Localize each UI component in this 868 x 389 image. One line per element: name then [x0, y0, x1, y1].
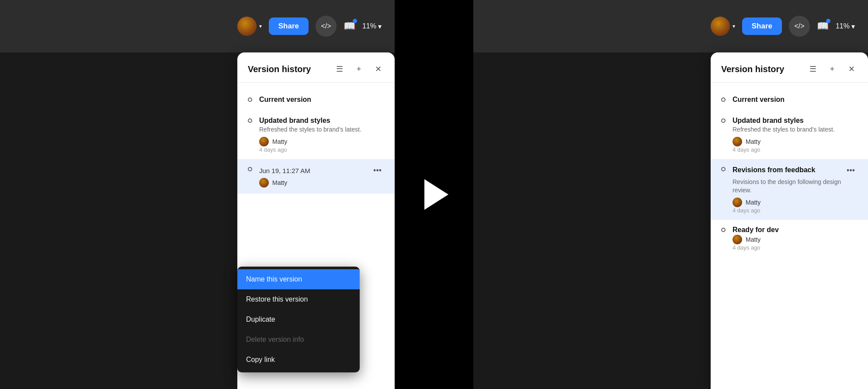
- center-divider: [395, 0, 473, 389]
- right-version-item-revisions[interactable]: Revisions from feedback ••• Revisions to…: [711, 159, 868, 220]
- left-version-author-brand: Matty: [272, 138, 287, 145]
- left-zoom-control[interactable]: 11% ▾: [362, 22, 382, 31]
- left-version-dot-selected: [248, 167, 252, 171]
- left-context-menu-item-delete: Delete version info: [237, 330, 360, 350]
- left-version-panel-title: Version history: [248, 64, 311, 74]
- right-close-icon-button[interactable]: ✕: [845, 63, 858, 75]
- right-version-name-ready: Ready for dev: [733, 226, 858, 234]
- right-panel: ▾ Share </> 📖 11% ▾ Version history ☰ + …: [473, 0, 868, 389]
- right-avatar-chevron[interactable]: ▾: [733, 23, 735, 29]
- left-version-item-selected[interactable]: Jun 19, 11:27 AM ••• Matty: [237, 159, 395, 194]
- right-zoom-control[interactable]: 11% ▾: [836, 22, 855, 31]
- play-icon: [424, 179, 448, 210]
- right-version-avatar-revisions: [733, 198, 742, 207]
- right-version-panel-title: Version history: [721, 64, 785, 74]
- right-avatar-face: [711, 17, 730, 36]
- left-version-content-current: Current version: [259, 96, 384, 104]
- right-version-panel-header: Version history ☰ + ✕: [711, 52, 868, 83]
- left-share-button[interactable]: Share: [269, 17, 309, 35]
- right-more-button-revisions[interactable]: •••: [844, 165, 858, 176]
- left-context-menu-item-copy[interactable]: Copy link: [237, 350, 360, 370]
- left-panel: ▾ Share </> 📖 11% ▾ Version history ☰ + …: [0, 0, 395, 389]
- right-version-content-revisions: Revisions from feedback ••• Revisions to…: [733, 165, 858, 214]
- left-version-date-row: Jun 19, 11:27 AM •••: [259, 165, 384, 176]
- left-version-panel-header: Version history ☰ + ✕: [237, 52, 395, 83]
- left-version-desc-brand: Refreshed the styles to brand's latest.: [259, 125, 384, 134]
- right-version-content-current: Current version: [733, 96, 858, 104]
- right-code-button[interactable]: </>: [789, 16, 810, 37]
- right-version-name-brand: Updated brand styles: [733, 117, 858, 125]
- left-version-author-selected: Matty: [272, 179, 287, 186]
- right-version-meta-ready: Matty: [733, 235, 858, 244]
- left-menu-icon-button[interactable]: ☰: [333, 63, 346, 75]
- left-topbar: ▾ Share </> 📖 11% ▾: [0, 0, 395, 52]
- left-close-icon-button[interactable]: ✕: [372, 63, 384, 75]
- right-version-author-revisions: Matty: [746, 199, 760, 206]
- left-header-icons: ☰ + ✕: [333, 63, 384, 75]
- left-version-name-brand: Updated brand styles: [259, 117, 384, 125]
- left-context-menu-item-name[interactable]: Name this version: [237, 269, 360, 289]
- right-version-name-current: Current version: [733, 96, 858, 104]
- left-version-avatar-brand: [259, 137, 269, 146]
- left-version-content-brand: Updated brand styles Refreshed the style…: [259, 117, 384, 153]
- right-book-button[interactable]: 📖: [817, 21, 829, 32]
- left-code-button[interactable]: </>: [316, 16, 337, 37]
- left-context-menu-item-restore[interactable]: Restore this version: [237, 289, 360, 309]
- left-version-item-current[interactable]: Current version: [237, 90, 395, 111]
- right-zoom-value: 11%: [836, 22, 850, 30]
- right-avatar-group[interactable]: ▾: [711, 17, 735, 36]
- left-version-item-brand[interactable]: Updated brand styles Refreshed the style…: [237, 111, 395, 159]
- right-book-badge: [826, 19, 830, 23]
- right-share-button[interactable]: Share: [742, 17, 782, 35]
- right-zoom-chevron: ▾: [851, 22, 855, 31]
- right-version-desc-brand: Refreshed the styles to brand's latest.: [733, 125, 858, 134]
- right-add-icon-button[interactable]: +: [826, 63, 838, 75]
- left-version-time-brand: 4 days ago: [259, 146, 384, 153]
- left-version-meta-brand: Matty: [259, 137, 384, 146]
- right-version-name-revisions: Revisions from feedback: [733, 166, 815, 174]
- right-version-time-ready: 4 days ago: [733, 244, 858, 251]
- right-version-item-current[interactable]: Current version: [711, 90, 868, 111]
- right-version-time-brand: 4 days ago: [733, 146, 858, 153]
- right-version-author-ready: Matty: [746, 236, 760, 243]
- right-version-avatar-brand: [733, 137, 742, 146]
- left-more-button[interactable]: •••: [371, 165, 384, 176]
- right-menu-icon-button[interactable]: ☰: [807, 63, 819, 75]
- right-version-dot-brand: [721, 118, 726, 123]
- left-avatar[interactable]: [237, 17, 257, 36]
- right-version-time-revisions: 4 days ago: [733, 207, 858, 214]
- right-version-meta-revisions: Matty: [733, 198, 858, 207]
- right-version-panel: Version history ☰ + ✕ Current version Up…: [711, 52, 868, 389]
- left-version-dot-current: [248, 97, 252, 102]
- left-version-panel: Version history ☰ + ✕ Current version Up…: [237, 52, 395, 389]
- left-add-icon-button[interactable]: +: [353, 63, 365, 75]
- left-version-dot-brand: [248, 118, 252, 123]
- left-version-name-current: Current version: [259, 96, 384, 104]
- right-version-item-brand[interactable]: Updated brand styles Refreshed the style…: [711, 111, 868, 159]
- right-version-dot-current: [721, 97, 726, 102]
- right-version-list: Current version Updated brand styles Ref…: [711, 83, 868, 389]
- right-header-icons: ☰ + ✕: [807, 63, 858, 75]
- right-version-item-ready[interactable]: Ready for dev Matty 4 days ago: [711, 220, 868, 257]
- left-version-meta-selected: Matty: [259, 178, 384, 188]
- left-version-date: Jun 19, 11:27 AM: [259, 167, 310, 174]
- right-version-meta-brand: Matty: [733, 137, 858, 146]
- left-context-menu: Name this version Restore this version D…: [237, 267, 360, 372]
- left-book-button[interactable]: 📖: [344, 21, 355, 32]
- left-zoom-chevron: ▾: [378, 22, 382, 31]
- left-version-avatar-selected: [259, 178, 269, 188]
- left-book-badge: [353, 19, 357, 23]
- left-zoom-value: 11%: [362, 22, 376, 30]
- right-version-desc-revisions: Revisions to the design following design…: [733, 178, 858, 195]
- right-avatar[interactable]: [711, 17, 730, 36]
- right-version-dot-ready: [721, 228, 726, 232]
- left-avatar-group[interactable]: ▾: [237, 17, 262, 36]
- right-topbar: ▾ Share </> 📖 11% ▾: [473, 0, 868, 52]
- left-avatar-chevron[interactable]: ▾: [259, 23, 262, 29]
- left-avatar-face: [237, 17, 257, 36]
- right-version-dot-revisions: [721, 167, 726, 171]
- right-version-content-ready: Ready for dev Matty 4 days ago: [733, 226, 858, 251]
- left-version-content-selected: Jun 19, 11:27 AM ••• Matty: [259, 165, 384, 188]
- left-context-menu-item-duplicate[interactable]: Duplicate: [237, 309, 360, 330]
- right-version-content-brand: Updated brand styles Refreshed the style…: [733, 117, 858, 153]
